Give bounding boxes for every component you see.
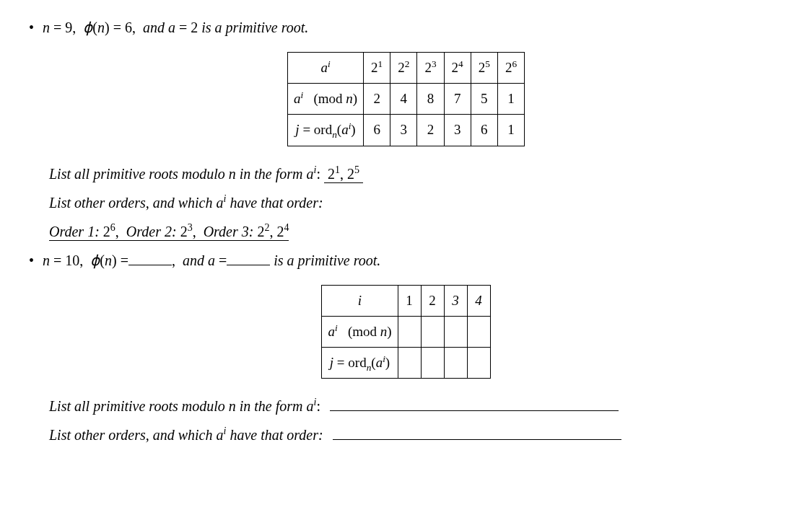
t1-row2-label: ai (mod n) bbox=[287, 84, 363, 115]
t2-row3-label: j = ordn(ai) bbox=[322, 347, 398, 378]
t1-r2-c3: 8 bbox=[417, 84, 444, 115]
t1-row3-label: j = ordn(ai) bbox=[287, 115, 363, 146]
table-n9: ai 21 22 23 24 25 26 ai (mod n) 2 4 8 7 … bbox=[287, 52, 525, 146]
t2-r1-c4: 4 bbox=[467, 285, 490, 316]
item1-n: 9 bbox=[65, 19, 72, 35]
item2-primitive-roots: List all primitive roots modulo n in the… bbox=[49, 393, 783, 448]
item1-phi: 6 bbox=[125, 19, 132, 35]
t2-r3-c2 bbox=[421, 347, 444, 378]
t2-r1-c3: 3 bbox=[444, 285, 467, 316]
t1-row1-label: ai bbox=[287, 53, 363, 84]
t1-r3-c5: 6 bbox=[471, 115, 497, 146]
blank-a bbox=[227, 250, 270, 265]
t2-r2-c4 bbox=[467, 316, 490, 347]
t2-r3-c4 bbox=[467, 347, 490, 378]
blank-phi bbox=[128, 250, 172, 265]
t1-r3-c4: 3 bbox=[444, 115, 471, 146]
t2-r3-c3 bbox=[444, 347, 467, 378]
blank-other-n10 bbox=[333, 424, 621, 440]
t1-r3-c1: 6 bbox=[364, 115, 390, 146]
t1-r2-c5: 5 bbox=[471, 84, 497, 115]
t2-r2-c1 bbox=[398, 316, 421, 347]
item1-heading-suffix: is a primitive root. bbox=[201, 19, 308, 35]
t1-r1-c6: 26 bbox=[497, 53, 524, 84]
table-n10: i 1 2 3 4 ai (mod n) j = ordn(ai) bbox=[321, 285, 490, 379]
blank-primitive-n10 bbox=[330, 395, 619, 411]
item2-content: n = 10, ϕ(n) =, and a = is a primitive r… bbox=[43, 247, 783, 273]
t2-row1-label: i bbox=[322, 285, 398, 316]
t2-r1-c1: 1 bbox=[398, 285, 421, 316]
t1-r1-c3: 23 bbox=[417, 53, 444, 84]
t1-r3-c3: 2 bbox=[417, 115, 444, 146]
item2-heading: n = 10, ϕ(n) =, and a = is a primitive r… bbox=[43, 252, 380, 268]
t2-r2-c2 bbox=[421, 316, 444, 347]
t1-r1-c5: 25 bbox=[471, 53, 497, 84]
bullet-item-n9: • n = 9, ϕ(n) = 6, and a = 2 is a primit… bbox=[29, 14, 783, 40]
t2-r1-c2: 2 bbox=[421, 285, 444, 316]
item2-heading-suffix: is a primitive root. bbox=[274, 252, 380, 268]
item1-a: 2 bbox=[191, 19, 198, 35]
bullet-item-n10: • n = 10, ϕ(n) =, and a = is a primitive… bbox=[29, 247, 783, 273]
t2-row2-label: ai (mod n) bbox=[322, 316, 398, 347]
t1-r3-c6: 1 bbox=[497, 115, 524, 146]
t1-r1-c1: 21 bbox=[364, 53, 390, 84]
t1-r2-c2: 4 bbox=[390, 84, 417, 115]
t2-r3-c1 bbox=[398, 347, 421, 378]
t1-r1-c2: 22 bbox=[390, 53, 417, 84]
t1-r2-c6: 1 bbox=[497, 84, 524, 115]
t1-r1-c4: 24 bbox=[444, 53, 471, 84]
t1-r2-c4: 7 bbox=[444, 84, 471, 115]
item2-n: 10 bbox=[65, 252, 79, 268]
t1-r3-c2: 3 bbox=[390, 115, 417, 146]
t1-r2-c1: 2 bbox=[364, 84, 390, 115]
item1-primitive-roots: List all primitive roots modulo n in the… bbox=[49, 161, 783, 244]
item1-primitive-answer: 21, 25 bbox=[324, 166, 363, 183]
bullet-dot: • bbox=[29, 14, 34, 40]
item1-content: n = 9, ϕ(n) = 6, and a = 2 is a primitiv… bbox=[43, 14, 783, 40]
bullet-dot-2: • bbox=[29, 247, 34, 273]
item1-heading: n = 9, ϕ(n) = 6, and a = 2 is a primitiv… bbox=[43, 19, 308, 35]
t2-r2-c3 bbox=[444, 316, 467, 347]
item1-other-answer: Order 1: 26, Order 2: 23, Order 3: 22, 2… bbox=[49, 224, 289, 241]
